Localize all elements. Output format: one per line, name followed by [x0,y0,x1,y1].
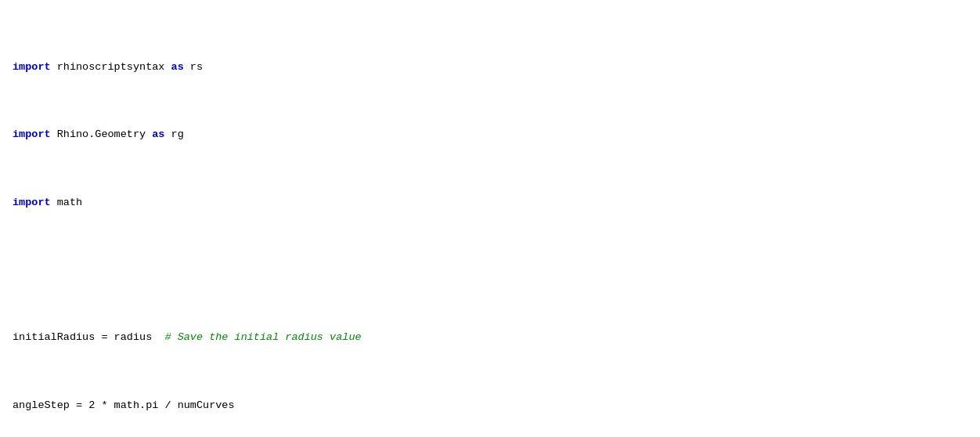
code-line-1: import rhinoscriptsyntax as rs [13,59,967,76]
code-content: import rhinoscriptsyntax as rs import Rh… [13,8,967,437]
code-line-3: import math [13,194,967,211]
code-line-2: import Rhino.Geometry as rg [13,126,967,143]
code-line-6: angleStep = 2 * math.pi / numCurves [13,397,967,414]
code-line-5: initialRadius = radius # Save the initia… [13,329,967,346]
code-editor: import rhinoscriptsyntax as rs import Rh… [0,0,980,437]
code-line-4 [13,262,967,279]
